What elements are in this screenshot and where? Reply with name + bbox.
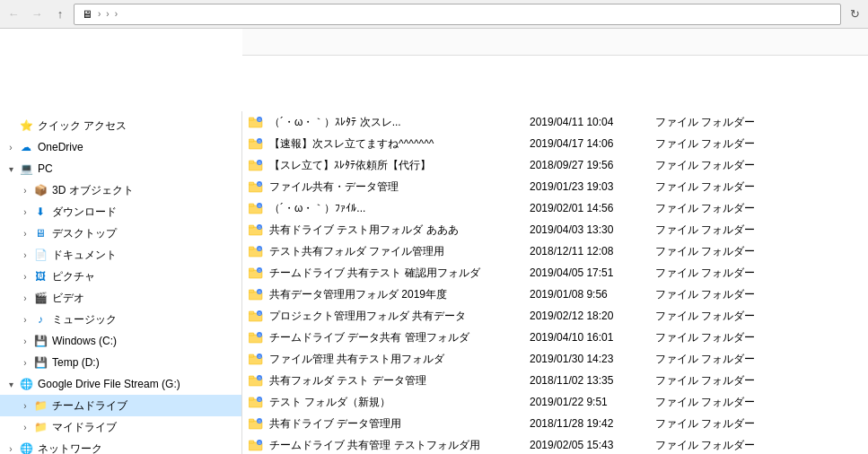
- file-row[interactable]: G （´・ω・｀）ｽﾚﾀﾃ 次スレ...2019/04/11 10:04ファイル…: [242, 111, 868, 133]
- sidebar-item-docs[interactable]: ›📄ドキュメント: [0, 244, 241, 266]
- file-row[interactable]: G プロジェクト管理用フォルダ 共有データ2019/02/12 18:20ファイ…: [242, 305, 868, 327]
- sidebar-item-download[interactable]: ›⬇ダウンロード: [0, 201, 241, 223]
- address-bar[interactable]: 🖥 › › ›: [74, 4, 841, 25]
- sidebar-item-teamdrive[interactable]: ›📁チームドライブ: [0, 395, 241, 416]
- forward-button[interactable]: →: [27, 4, 47, 24]
- file-icon: G: [242, 223, 269, 237]
- expand-btn-download[interactable]: ›: [18, 205, 32, 219]
- file-list: G （´・ω・｀）ｽﾚﾀﾃ 次スレ...2019/04/11 10:04ファイル…: [242, 111, 868, 454]
- svg-text:G: G: [258, 333, 260, 337]
- sidebar-label-onedrive: OneDrive: [38, 141, 83, 153]
- expand-btn-teamdrive[interactable]: ›: [18, 398, 32, 413]
- file-name: テスト フォルダ（新規）: [269, 395, 530, 410]
- file-row[interactable]: G チームドライブ 共有管理 テストフォルダ用2019/02/05 15:43フ…: [242, 434, 868, 454]
- file-row[interactable]: G チームドライブ 共有テスト 確認用フォルダ2019/04/05 17:51フ…: [242, 262, 868, 284]
- sidebar-icon-temp: 💾: [32, 354, 48, 371]
- sidebar-item-desktop[interactable]: ›🖥デスクトップ: [0, 223, 241, 244]
- file-icon: G: [242, 201, 269, 215]
- sidebar-label-pics: ピクチャ: [52, 269, 95, 284]
- sidebar-icon-gdrive: 🌐: [18, 376, 34, 392]
- refresh-button[interactable]: ↻: [845, 4, 864, 24]
- file-row[interactable]: G ファイル管理 共有テスト用フォルダ2019/01/30 14:23ファイル …: [242, 348, 868, 370]
- file-date: 2019/04/11 10:04: [530, 116, 655, 128]
- sidebar-item-temp[interactable]: ›💾Temp (D:): [0, 352, 241, 373]
- sidebar-label-download: ダウンロード: [52, 205, 117, 220]
- expand-btn-music[interactable]: ›: [18, 312, 32, 327]
- expand-btn-video[interactable]: ›: [18, 291, 32, 305]
- file-icon: G: [242, 373, 269, 388]
- expand-btn-pics[interactable]: ›: [18, 269, 32, 284]
- sidebar-label-temp: Temp (D:): [52, 356, 100, 369]
- file-row[interactable]: G 【スレ立て】ｽﾚﾀﾃ依頼所【代行】2018/09/27 19:56ファイル …: [242, 154, 868, 176]
- sidebar-icon-video: 🎬: [32, 290, 48, 306]
- expand-btn-network[interactable]: ›: [4, 441, 18, 454]
- file-name: テスト共有フォルダ ファイル管理用: [269, 244, 530, 259]
- sidebar-item-video[interactable]: ›🎬ビデオ: [0, 287, 241, 309]
- expand-btn-quickaccess: [4, 118, 18, 133]
- file-row[interactable]: G 【速報】次スレ立てますね^^^^^^^2019/04/17 14:06ファイ…: [242, 133, 868, 154]
- file-date: 2019/04/10 16:01: [530, 331, 655, 344]
- sidebar-item-music[interactable]: ›♪ミュージック: [0, 309, 241, 330]
- expand-btn-desktop[interactable]: ›: [18, 226, 32, 240]
- file-name: プロジェクト管理用フォルダ 共有データ: [269, 309, 530, 324]
- sidebar-icon-docs: 📄: [32, 247, 48, 263]
- file-icon: G: [242, 244, 269, 258]
- file-type: ファイル フォルダー: [655, 223, 781, 238]
- file-row[interactable]: G 共有データ管理用フォルダ 2019年度2019/01/08 9:56ファイル…: [242, 284, 868, 305]
- sidebar-item-3d[interactable]: ›📦3D オブジェクト: [0, 179, 241, 201]
- file-date: 2019/01/08 9:56: [530, 288, 655, 301]
- file-row[interactable]: G （´・ω・｀）ﾌｧｲﾙ...2019/02/01 14:56ファイル フォル…: [242, 197, 868, 219]
- svg-rect-5: [249, 139, 254, 142]
- sidebar-item-windows[interactable]: ›💾Windows (C:): [0, 330, 241, 352]
- file-icon: G: [242, 158, 269, 172]
- sidebar-label-video: ビデオ: [52, 291, 84, 306]
- file-name: ファイル共有・データ管理: [269, 179, 530, 195]
- file-name: 共有ドライブ データ管理用: [269, 416, 530, 432]
- file-type: ファイル フォルダー: [655, 330, 781, 345]
- address-segment-gdrive: ›: [104, 9, 109, 19]
- sidebar-item-onedrive[interactable]: ›☁OneDrive: [0, 136, 241, 158]
- svg-text:G: G: [258, 441, 260, 445]
- address-chevron-1: ›: [98, 9, 101, 19]
- address-bar-container: ← → ↑ 🖥 › › › ↻: [0, 0, 868, 29]
- sidebar-item-pics[interactable]: ›🖼ピクチャ: [0, 266, 241, 287]
- expand-btn-temp[interactable]: ›: [18, 355, 32, 370]
- file-row[interactable]: G 共有ドライブ データ管理用2018/11/28 19:42ファイル フォルダ…: [242, 413, 868, 434]
- expand-btn-onedrive[interactable]: ›: [4, 140, 18, 154]
- sidebar-icon-windows: 💾: [32, 333, 48, 349]
- file-date: 2018/11/28 19:42: [530, 417, 655, 430]
- file-row[interactable]: G テスト フォルダ（新規）2019/01/22 9:51ファイル フォルダー: [242, 391, 868, 413]
- sidebar-label-teamdrive: チームドライブ: [52, 398, 127, 414]
- sidebar-label-pc: PC: [38, 162, 53, 175]
- sidebar-label-desktop: デスクトップ: [52, 226, 117, 241]
- sidebar-item-gdrive[interactable]: ▾🌐Google Drive File Stream (G:): [0, 373, 241, 395]
- file-row[interactable]: G ファイル共有・データ管理2019/01/23 19:03ファイル フォルダー: [242, 176, 868, 197]
- file-name: 共有フォルダ テスト データ管理: [269, 373, 530, 389]
- svg-text:G: G: [258, 419, 260, 423]
- file-date: 2018/11/02 13:35: [530, 374, 655, 387]
- file-name: チームドライブ 共有管理 テストフォルダ用: [269, 438, 530, 453]
- up-button[interactable]: ↑: [50, 4, 70, 24]
- file-row[interactable]: G 共有フォルダ テスト データ管理2018/11/02 13:35ファイル フ…: [242, 370, 868, 391]
- sidebar-item-mydrive[interactable]: ›📁マイドライブ: [0, 416, 241, 438]
- expand-btn-windows[interactable]: ›: [18, 334, 32, 348]
- file-row[interactable]: G テスト共有フォルダ ファイル管理用2018/12/11 12:08ファイル …: [242, 240, 868, 262]
- sidebar-item-pc[interactable]: ▾💻PC: [0, 158, 241, 179]
- file-icon: G: [242, 115, 269, 129]
- back-button[interactable]: ←: [4, 4, 23, 24]
- sidebar-icon-desktop: 🖥: [32, 225, 48, 241]
- file-row[interactable]: G 共有ドライブ テスト用フォルダ あああ2019/04/03 13:30ファイ…: [242, 219, 868, 240]
- svg-text:G: G: [258, 225, 260, 230]
- file-date: 2019/02/01 14:56: [530, 202, 655, 214]
- sidebar-icon-mydrive: 📁: [32, 419, 48, 435]
- sidebar-icon-quickaccess: ⭐: [18, 118, 34, 134]
- expand-btn-docs[interactable]: ›: [18, 248, 32, 262]
- sidebar-label-music: ミュージック: [52, 312, 117, 327]
- sidebar-item-network[interactable]: ›🌐ネットワーク: [0, 438, 241, 454]
- expand-btn-pc[interactable]: ▾: [4, 162, 18, 176]
- sidebar-item-quickaccess[interactable]: ⭐クイック アクセス: [0, 115, 241, 136]
- expand-btn-3d[interactable]: ›: [18, 183, 32, 197]
- expand-btn-mydrive[interactable]: ›: [18, 420, 32, 434]
- file-row[interactable]: G チームドライブ データ共有 管理フォルダ2019/04/10 16:01ファ…: [242, 327, 868, 348]
- expand-btn-gdrive[interactable]: ▾: [4, 377, 18, 391]
